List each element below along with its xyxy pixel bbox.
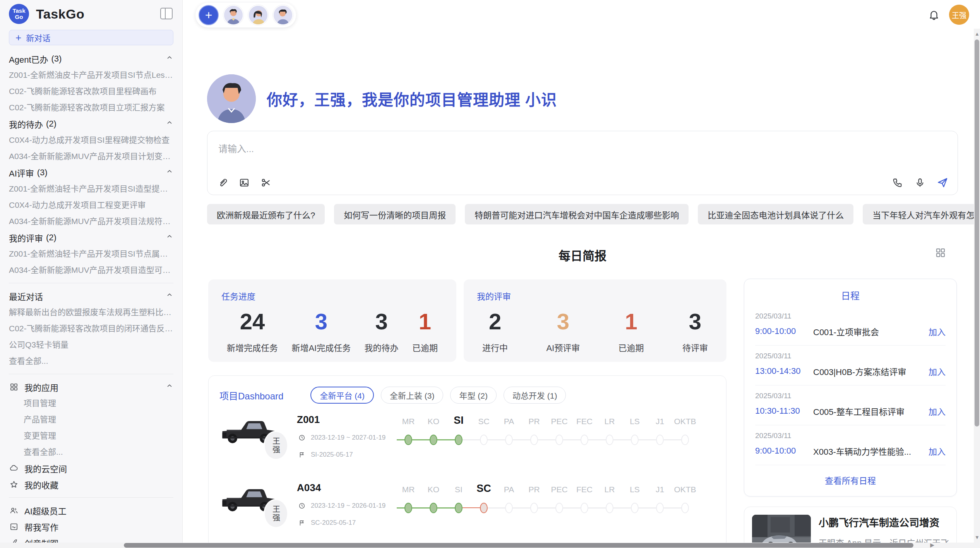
suggestion-chip[interactable]: 如何写一份清晰的项目周报 (334, 204, 456, 224)
milestone-node[interactable] (530, 503, 538, 513)
sidebar-item[interactable]: A034-全新新能源MUV产品开发项目法规符合性评审 (9, 213, 173, 229)
sidebar-item[interactable]: C0X4-动力总成开发项目SI里程碑提交物检查 (9, 132, 173, 148)
milestone-node[interactable] (581, 435, 588, 445)
milestone-node[interactable] (530, 435, 538, 445)
suggestion-chip[interactable]: 特朗普可能对进口汽车增税会对中国车企造成哪些影响 (465, 204, 689, 224)
recent-chats-more[interactable]: 查看全部... (9, 353, 173, 369)
sidebar-item[interactable]: A034-全新新能源MUV产品开发项目计划变更表编写 (9, 148, 173, 164)
sidebar-collapse-icon[interactable] (160, 8, 173, 19)
agent-avatar-2[interactable] (248, 5, 268, 25)
app-item[interactable]: 产品管理 (9, 411, 173, 428)
right-column: 日程 2025/03/119:00-10:00C001-立项审批会加入2025/… (744, 279, 957, 548)
phone-icon[interactable] (892, 177, 903, 188)
milestone-node[interactable] (656, 503, 664, 513)
chat-input-box[interactable]: 请输入... (207, 131, 958, 195)
milestone-node[interactable] (480, 435, 488, 445)
milestone-node[interactable] (681, 435, 689, 445)
sidebar-item[interactable]: Z001-全新燃油轻卡产品开发项目SI节点属性5D文件评审 (9, 246, 173, 262)
milestone-node[interactable] (581, 503, 588, 513)
my-apps-header[interactable]: 我的应用 (9, 379, 173, 395)
recent-chats-header[interactable]: 最近对话 (9, 288, 173, 304)
dashboard-tab[interactable]: 全新上装 (3) (381, 387, 444, 404)
event-join-link[interactable]: 加入 (929, 325, 946, 337)
scroll-up-arrow-icon[interactable]: ▲ (975, 31, 980, 37)
milestone-node[interactable] (480, 503, 488, 513)
sidebar-section-header-1[interactable]: 我的待办(2) (9, 116, 173, 132)
sidebar-item[interactable]: C0X4-动力总成开发项目工程变更评审 (9, 197, 173, 213)
milestone-segment (588, 507, 606, 509)
milestone-node[interactable] (430, 435, 437, 445)
milestone-node[interactable] (505, 435, 513, 445)
suggestion-chip[interactable]: 当下年轻人对汽车外观有怎样的喜好趋势 (863, 204, 980, 224)
milestone-node[interactable] (555, 435, 563, 445)
vertical-scrollbar[interactable]: ▲ ▼ (974, 29, 980, 543)
suggestion-chip[interactable]: 比亚迪全固态电池计划具体说了什么 (698, 204, 853, 224)
milestone-node[interactable] (555, 503, 563, 513)
horizontal-scrollbar-thumb[interactable] (124, 543, 913, 548)
project-row-A034[interactable]: 王强A0342023-12-19 ~ 2026-01-19SC-2025-05-… (219, 482, 715, 540)
horizontal-scrollbar[interactable]: ▶ (0, 543, 980, 548)
sidebar-item[interactable]: C02-飞腾新能源轻客改款项目立项汇报方案 (9, 99, 173, 116)
milestone-node[interactable] (404, 503, 412, 513)
milestone-node[interactable] (606, 435, 613, 445)
sidebar-tool-帮我写作[interactable]: 帮我写作 (9, 519, 173, 535)
sidebar-item[interactable]: C02-飞腾新能源轻客改款项目里程碑画布 (9, 83, 173, 99)
paperclip-icon[interactable] (217, 177, 228, 188)
sidebar-item[interactable]: A034-全新新能源MUV产品开发项目造型可行性评审 (9, 262, 173, 278)
scissors-icon[interactable] (260, 177, 272, 188)
milestone-label: PA (496, 417, 522, 426)
layout-grid-icon[interactable] (935, 247, 946, 259)
milestone-node[interactable] (430, 503, 437, 513)
dashboard-tab[interactable]: 动总开发 (1) (504, 387, 566, 404)
scroll-right-arrow-icon[interactable]: ▶ (930, 542, 934, 548)
milestone-label: PA (496, 485, 522, 494)
news-card[interactable]: 小鹏飞行汽车制造公司增资 天眼查 App 显示，近日广州汇天飞行汽... (744, 507, 957, 548)
milestone-node[interactable] (631, 503, 639, 513)
agent-avatar-3[interactable] (273, 5, 293, 25)
scroll-down-arrow-icon[interactable]: ▼ (975, 534, 980, 540)
recent-chat-item[interactable]: 解释最新出台的欧盟报废车法规再生塑料比例被调至15%... (9, 304, 173, 320)
view-all-schedule-link[interactable]: 查看所有日程 (755, 465, 946, 488)
milestone-node[interactable] (681, 503, 689, 513)
recent-chat-item[interactable]: C02-飞腾新能源轻客改款项目的闭环通告反馈情况 (9, 320, 173, 337)
milestone-node[interactable] (606, 503, 613, 513)
sidebar-section-header-2[interactable]: AI评审(3) (9, 164, 173, 181)
suggestion-chip[interactable]: 欧洲新规最近颁布了什么? (207, 204, 325, 224)
microphone-icon[interactable] (914, 177, 926, 188)
dashboard-tab[interactable]: 全新平台 (4) (310, 387, 374, 404)
agent-avatar-1[interactable] (223, 5, 243, 25)
sidebar-link-我的收藏[interactable]: 我的收藏 (9, 476, 173, 493)
apps-more[interactable]: 查看全部... (9, 444, 173, 460)
event-join-link[interactable]: 加入 (929, 405, 946, 417)
sidebar-item[interactable]: Z001-全新燃油轻卡产品开发项目SI造型提交物评审 (9, 181, 173, 197)
app-item[interactable]: 项目管理 (9, 395, 173, 411)
sidebar-tool-AI超级员工[interactable]: AI超级员工 (9, 502, 173, 519)
sidebar-section-header-3[interactable]: 我的评审(2) (9, 229, 173, 246)
app-item[interactable]: 变更管理 (9, 428, 173, 444)
dashboard-tab[interactable]: 年型 (2) (450, 387, 497, 404)
sidebar-section-header-0[interactable]: Agent已办(3) (9, 51, 173, 67)
milestone-node[interactable] (656, 435, 664, 445)
sidebar-link-我的云空间[interactable]: 我的云空间 (9, 460, 173, 476)
recent-chat-item[interactable]: 公司Q3轻卡销量 (9, 337, 173, 353)
notification-bell-icon[interactable] (928, 9, 941, 22)
user-avatar[interactable]: 王强 (949, 5, 969, 25)
metrics-row: 24新增完成任务3新增AI完成任务3我的待办1已逾期 (221, 309, 443, 353)
event-join-link[interactable]: 加入 (929, 445, 946, 457)
vertical-scrollbar-thumb[interactable] (975, 39, 979, 426)
milestone-node[interactable] (631, 435, 639, 445)
send-icon[interactable] (937, 177, 948, 188)
metric: 3我的待办 (365, 309, 399, 353)
project-row-Z001[interactable]: 王强Z0012023-12-19 ~ 2027-01-19SI-2025-05-… (219, 414, 715, 472)
milestone-label: MR (396, 485, 421, 494)
new-chat-button[interactable]: + 新对话 (9, 30, 173, 45)
image-icon[interactable] (238, 177, 250, 188)
sidebar-item[interactable]: Z001-全新燃油皮卡产品开发项目SI节点Lesson Learn报告 (9, 67, 173, 83)
add-agent-button[interactable]: + (199, 5, 219, 25)
milestone-node[interactable] (455, 503, 463, 513)
milestone-node[interactable] (455, 435, 463, 445)
milestone-node[interactable] (404, 435, 412, 445)
milestone-node[interactable] (505, 503, 513, 513)
event-join-link[interactable]: 加入 (929, 365, 946, 377)
project-info: Z0012023-12-19 ~ 2027-01-19SI-2025-05-17 (297, 414, 386, 460)
